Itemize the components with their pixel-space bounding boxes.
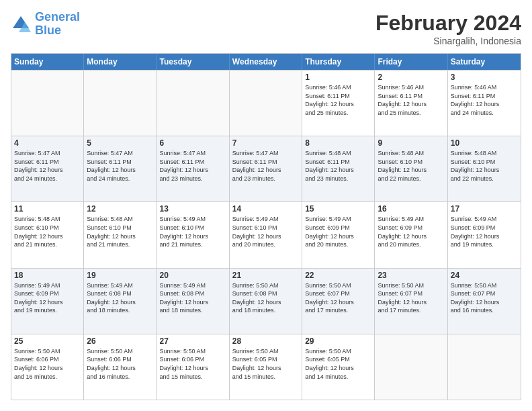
- day-info: Sunrise: 5:47 AMSunset: 6:11 PMDaylight:…: [87, 149, 153, 183]
- day-info: Sunrise: 5:50 AMSunset: 6:07 PMDaylight:…: [305, 281, 371, 315]
- day-info: Sunrise: 5:49 AMSunset: 6:08 PMDaylight:…: [87, 281, 153, 315]
- day-cell-10: 10Sunrise: 5:48 AMSunset: 6:10 PMDayligh…: [448, 136, 521, 201]
- day-number: 11: [14, 204, 81, 214]
- day-info: Sunrise: 5:50 AMSunset: 6:06 PMDaylight:…: [87, 347, 153, 381]
- day-info: Sunrise: 5:46 AMSunset: 6:11 PMDaylight:…: [378, 83, 444, 117]
- day-number: 21: [232, 271, 299, 280]
- day-number: 20: [160, 271, 226, 280]
- day-number: 18: [14, 271, 81, 280]
- day-info: Sunrise: 5:47 AMSunset: 6:11 PMDaylight:…: [160, 149, 226, 183]
- day-cell-21: 21Sunrise: 5:50 AMSunset: 6:08 PMDayligh…: [230, 269, 302, 334]
- week-row-5: 25Sunrise: 5:50 AMSunset: 6:06 PMDayligh…: [11, 334, 521, 400]
- day-info: Sunrise: 5:46 AMSunset: 6:11 PMDaylight:…: [451, 83, 518, 117]
- day-cell-26: 26Sunrise: 5:50 AMSunset: 6:06 PMDayligh…: [84, 334, 157, 400]
- day-cell-25: 25Sunrise: 5:50 AMSunset: 6:06 PMDayligh…: [11, 334, 84, 400]
- empty-cell: [448, 334, 521, 400]
- day-cell-11: 11Sunrise: 5:48 AMSunset: 6:10 PMDayligh…: [11, 202, 84, 267]
- logo-text: General Blue: [35, 11, 80, 38]
- day-cell-24: 24Sunrise: 5:50 AMSunset: 6:07 PMDayligh…: [448, 269, 521, 334]
- day-number: 5: [87, 138, 153, 148]
- day-cell-20: 20Sunrise: 5:49 AMSunset: 6:08 PMDayligh…: [157, 269, 230, 334]
- day-info: Sunrise: 5:48 AMSunset: 6:10 PMDaylight:…: [451, 149, 518, 183]
- empty-cell: [375, 334, 447, 400]
- day-number: 16: [378, 204, 444, 214]
- day-number: 12: [87, 204, 153, 214]
- day-number: 19: [87, 271, 153, 280]
- title-area: February 2024 Sinargalih, Indonesia: [375, 11, 521, 46]
- day-cell-13: 13Sunrise: 5:49 AMSunset: 6:10 PMDayligh…: [157, 202, 230, 267]
- header-day-monday: Monday: [84, 54, 157, 70]
- day-cell-19: 19Sunrise: 5:49 AMSunset: 6:08 PMDayligh…: [84, 269, 157, 334]
- day-info: Sunrise: 5:49 AMSunset: 6:09 PMDaylight:…: [305, 215, 371, 248]
- day-cell-23: 23Sunrise: 5:50 AMSunset: 6:07 PMDayligh…: [375, 269, 447, 334]
- day-info: Sunrise: 5:49 AMSunset: 6:09 PMDaylight:…: [378, 215, 444, 248]
- logo: General Blue: [11, 11, 80, 38]
- day-cell-18: 18Sunrise: 5:49 AMSunset: 6:09 PMDayligh…: [11, 269, 84, 334]
- day-info: Sunrise: 5:48 AMSunset: 6:10 PMDaylight:…: [378, 149, 444, 183]
- day-number: 15: [305, 204, 371, 214]
- day-number: 8: [305, 138, 371, 148]
- day-number: 4: [14, 138, 81, 148]
- day-cell-4: 4Sunrise: 5:47 AMSunset: 6:11 PMDaylight…: [11, 136, 84, 201]
- day-number: 2: [378, 73, 444, 82]
- day-info: Sunrise: 5:49 AMSunset: 6:08 PMDaylight:…: [160, 281, 226, 315]
- day-info: Sunrise: 5:49 AMSunset: 6:09 PMDaylight:…: [14, 281, 81, 315]
- day-number: 7: [232, 138, 299, 148]
- day-cell-5: 5Sunrise: 5:47 AMSunset: 6:11 PMDaylight…: [84, 136, 157, 201]
- day-cell-27: 27Sunrise: 5:50 AMSunset: 6:06 PMDayligh…: [157, 334, 230, 400]
- day-cell-28: 28Sunrise: 5:50 AMSunset: 6:05 PMDayligh…: [230, 334, 302, 400]
- day-number: 14: [232, 204, 299, 214]
- empty-cell: [157, 71, 230, 136]
- day-number: 10: [451, 138, 518, 148]
- day-number: 23: [378, 271, 444, 280]
- day-number: 9: [378, 138, 444, 148]
- day-cell-1: 1Sunrise: 5:46 AMSunset: 6:11 PMDaylight…: [302, 71, 375, 136]
- header-day-thursday: Thursday: [302, 54, 375, 70]
- day-info: Sunrise: 5:50 AMSunset: 6:07 PMDaylight:…: [378, 281, 444, 315]
- header-day-friday: Friday: [375, 54, 447, 70]
- month-title: February 2024: [375, 11, 521, 36]
- day-number: 6: [160, 138, 226, 148]
- day-number: 27: [160, 336, 226, 346]
- day-info: Sunrise: 5:50 AMSunset: 6:06 PMDaylight:…: [14, 347, 81, 381]
- location: Sinargalih, Indonesia: [375, 36, 521, 46]
- calendar-body: 1Sunrise: 5:46 AMSunset: 6:11 PMDaylight…: [11, 70, 521, 400]
- empty-cell: [230, 71, 302, 136]
- day-number: 29: [305, 336, 371, 346]
- day-cell-17: 17Sunrise: 5:49 AMSunset: 6:09 PMDayligh…: [448, 202, 521, 267]
- day-info: Sunrise: 5:50 AMSunset: 6:05 PMDaylight:…: [305, 347, 371, 381]
- day-cell-2: 2Sunrise: 5:46 AMSunset: 6:11 PMDaylight…: [375, 71, 447, 136]
- day-info: Sunrise: 5:48 AMSunset: 6:11 PMDaylight:…: [305, 149, 371, 183]
- day-info: Sunrise: 5:49 AMSunset: 6:10 PMDaylight:…: [232, 215, 299, 248]
- day-cell-29: 29Sunrise: 5:50 AMSunset: 6:05 PMDayligh…: [302, 334, 375, 400]
- day-cell-8: 8Sunrise: 5:48 AMSunset: 6:11 PMDaylight…: [302, 136, 375, 201]
- empty-cell: [84, 71, 157, 136]
- day-info: Sunrise: 5:48 AMSunset: 6:10 PMDaylight:…: [14, 215, 81, 248]
- logo-general: General: [35, 10, 80, 24]
- day-number: 1: [305, 73, 371, 82]
- day-info: Sunrise: 5:50 AMSunset: 6:07 PMDaylight:…: [451, 281, 518, 315]
- logo-blue: Blue: [35, 24, 61, 37]
- day-number: 17: [451, 204, 518, 214]
- day-info: Sunrise: 5:48 AMSunset: 6:10 PMDaylight:…: [87, 215, 153, 248]
- page: General Blue February 2024 Sinargalih, I…: [0, 0, 532, 411]
- day-cell-16: 16Sunrise: 5:49 AMSunset: 6:09 PMDayligh…: [375, 202, 447, 267]
- header: General Blue February 2024 Sinargalih, I…: [11, 11, 521, 46]
- week-row-2: 4Sunrise: 5:47 AMSunset: 6:11 PMDaylight…: [11, 136, 521, 201]
- day-info: Sunrise: 5:50 AMSunset: 6:05 PMDaylight:…: [232, 347, 299, 381]
- day-number: 22: [305, 271, 371, 280]
- week-row-4: 18Sunrise: 5:49 AMSunset: 6:09 PMDayligh…: [11, 268, 521, 334]
- day-cell-12: 12Sunrise: 5:48 AMSunset: 6:10 PMDayligh…: [84, 202, 157, 267]
- logo-icon: [11, 14, 31, 34]
- week-row-1: 1Sunrise: 5:46 AMSunset: 6:11 PMDaylight…: [11, 70, 521, 136]
- day-cell-7: 7Sunrise: 5:47 AMSunset: 6:11 PMDaylight…: [230, 136, 302, 201]
- day-number: 3: [451, 73, 518, 82]
- day-info: Sunrise: 5:47 AMSunset: 6:11 PMDaylight:…: [232, 149, 299, 183]
- header-day-saturday: Saturday: [448, 54, 521, 70]
- day-cell-6: 6Sunrise: 5:47 AMSunset: 6:11 PMDaylight…: [157, 136, 230, 201]
- header-day-wednesday: Wednesday: [230, 54, 302, 70]
- day-info: Sunrise: 5:46 AMSunset: 6:11 PMDaylight:…: [305, 83, 371, 117]
- header-day-tuesday: Tuesday: [157, 54, 230, 70]
- day-cell-9: 9Sunrise: 5:48 AMSunset: 6:10 PMDaylight…: [375, 136, 447, 201]
- calendar: SundayMondayTuesdayWednesdayThursdayFrid…: [11, 53, 521, 400]
